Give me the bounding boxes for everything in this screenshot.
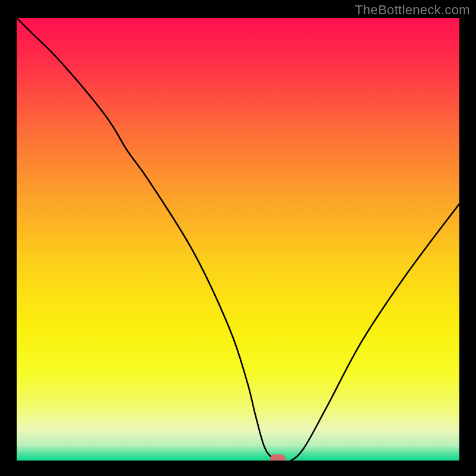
bottleneck-curve-chart xyxy=(17,18,459,461)
gradient-background xyxy=(17,18,459,461)
plot-area xyxy=(17,18,459,461)
chart-container: TheBottleneck.com xyxy=(0,0,476,476)
optimal-point-marker xyxy=(270,454,286,461)
watermark-text: TheBottleneck.com xyxy=(355,2,470,18)
